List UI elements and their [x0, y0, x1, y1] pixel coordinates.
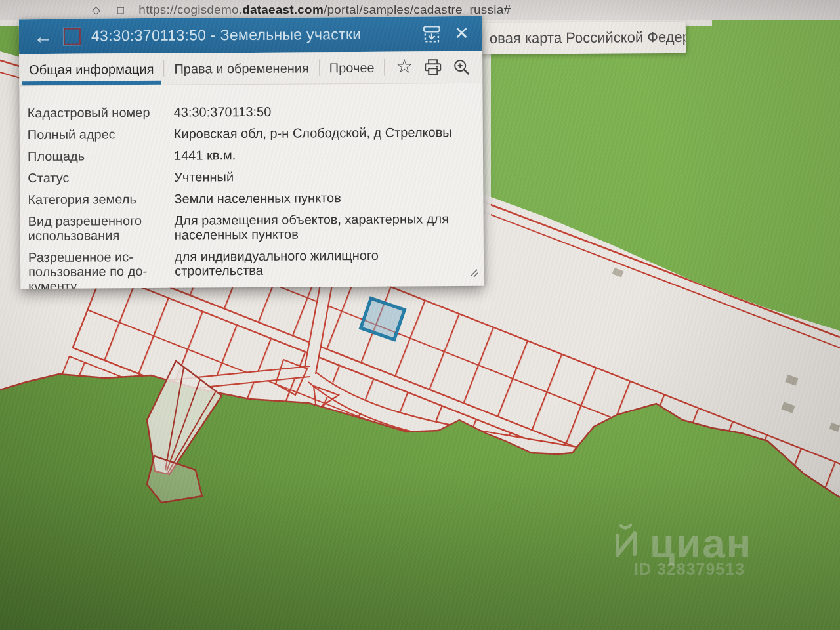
tab-separator [385, 59, 385, 76]
watermark-brand: циан [650, 520, 752, 566]
panel-header: ← 43:30:370113:50 - Земельные участки ✕ [19, 16, 482, 54]
favorite-star-icon[interactable]: ☆ [396, 56, 413, 75]
field-row: Кадастровый номер 43:30:370113:50 [28, 103, 475, 120]
extension-icon[interactable]: □ [117, 5, 124, 20]
watermark-id: ID 328379513 [634, 560, 745, 578]
field-label: Статус [28, 170, 174, 185]
layer-swatch-checkbox[interactable] [64, 28, 81, 45]
field-label: Площадь [28, 148, 174, 163]
field-value: 1441 кв.м. [174, 146, 472, 163]
field-value: Кировская обл, р-н Слободской, д Стрелко… [174, 125, 472, 141]
field-label: Вид разрешенного использования [28, 213, 175, 243]
field-value: для индивидуального жилищного строительс… [175, 248, 394, 289]
back-icon[interactable]: ← [33, 26, 53, 46]
field-label: Полный адрес [28, 127, 174, 142]
close-icon[interactable]: ✕ [454, 25, 469, 43]
field-row: Площадь 1441 кв.м. [28, 146, 475, 163]
field-label: Кадастровый номер [28, 105, 174, 120]
field-label: Разрешенное ис- пользование по до- кумен… [28, 249, 175, 289]
screenshot-photo: циан ID 328379513 ◇ □ https://cogisdemo.… [0, 0, 840, 630]
field-value: Учтенный [174, 168, 472, 184]
tab-rights-encumbrances[interactable]: Права и обременения [164, 52, 319, 84]
field-row: Полный адрес Кировская обл, р-н Слободск… [28, 125, 475, 142]
field-value: Земли населенных пунктов [174, 190, 472, 206]
dock-panel-icon[interactable] [421, 25, 442, 43]
map-title-text: овая карта Российской Федерации [490, 28, 686, 47]
share-icon[interactable]: ◇ [92, 5, 100, 20]
tab-general-info[interactable]: Общая информация [19, 53, 164, 85]
attribute-list: Кадастровый номер 43:30:370113:50 Полный… [19, 83, 484, 289]
zoom-to-feature-icon[interactable] [453, 58, 471, 75]
field-value: 43:30:370113:50 [174, 103, 472, 119]
url-path: /portal/samples/cadastre_russia# [324, 3, 511, 16]
tab-tools: ☆ [396, 57, 471, 77]
field-row: Категория земель Земли населенных пункто… [28, 190, 475, 207]
field-row: Разрешенное ис- пользование по до- кумен… [28, 247, 476, 289]
parcel-info-panel: ← 43:30:370113:50 - Земельные участки ✕ … [19, 16, 484, 289]
panel-resize-handle[interactable] [469, 268, 478, 280]
field-row: Вид разрешенного использования Для разме… [28, 211, 476, 243]
tab-bar: Общая информация Права и обременения Про… [19, 51, 482, 86]
tab-other[interactable]: Прочее [320, 52, 385, 84]
url-domain: dataeast.com [242, 3, 324, 16]
panel-title: 43:30:370113:50 - Земельные участки [91, 26, 362, 45]
field-row: Статус Учтенный [28, 168, 475, 185]
print-icon[interactable] [424, 58, 442, 75]
field-label: Категория земель [28, 192, 174, 207]
field-value: Для размещения объектов, характерных для… [175, 211, 473, 242]
map-title-banner: овая карта Российской Федерации [459, 22, 686, 54]
url-prefix: https://cogisdemo. [138, 3, 242, 16]
